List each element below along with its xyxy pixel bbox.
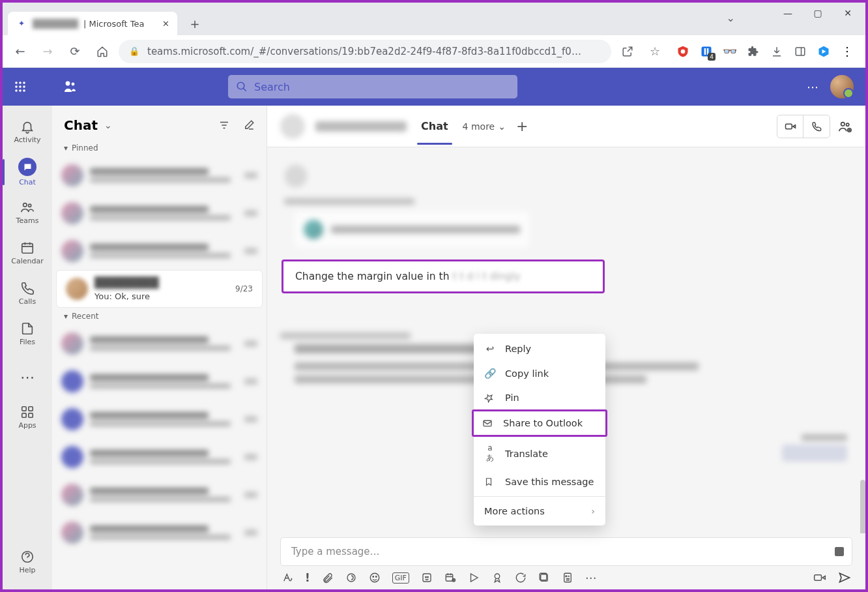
list-item[interactable] [52,194,267,232]
extension-ublock-icon[interactable] [675,44,691,59]
ctx-share-outlook[interactable]: Share to Outlook [472,409,607,437]
message-text: Change the margin value in th [295,271,449,282]
rail-activity[interactable]: Activity [5,112,50,151]
emoji-icon[interactable] [369,572,381,584]
rail-label: Teams [16,216,39,225]
rail-calendar[interactable]: Calendar [5,233,50,273]
people-icon [20,200,35,215]
format-icon[interactable] [282,572,293,584]
loop-icon[interactable] [345,572,357,584]
svg-point-10 [19,85,22,88]
browser-toolbar: ← → ⟳ 🔒 teams.microsoft.com/_#/conversat… [3,35,865,68]
user-avatar[interactable] [830,75,854,98]
bookmark-star-icon[interactable]: ☆ [644,40,666,63]
compose-area: Type a message… ! GIF ⋯ [267,533,865,589]
schedule-icon[interactable] [444,572,456,584]
extension-glasses-icon[interactable]: 👓 [722,44,738,59]
rail-apps[interactable]: Apps [5,398,50,437]
list-item[interactable] [52,400,267,438]
highlighted-message[interactable]: Change the margin value in th t t d l t … [282,259,605,293]
downloads-icon[interactable] [769,44,785,59]
list-item[interactable] [52,476,267,514]
ctx-copy-link[interactable]: 🔗Copy link [474,361,605,386]
add-tab-button[interactable]: + [516,118,528,134]
chevron-down-icon: ⌄ [498,121,506,132]
approvals-icon[interactable] [515,572,527,584]
polls-icon[interactable] [562,572,573,584]
blurred-message [280,164,852,248]
tab-close-icon[interactable]: ✕ [162,19,169,29]
tab-more[interactable]: 4 more⌄ [463,121,506,132]
browser-tab[interactable]: ✦ ███████ | Microsoft Tea ✕ [8,12,177,35]
extensions-puzzle-icon[interactable] [745,44,761,59]
attach-icon[interactable] [322,572,334,584]
chat-list-title: Chat [64,117,98,133]
search-placeholder: Search [254,81,290,93]
rail-calls[interactable]: Calls [5,274,50,313]
settings-more-icon[interactable]: ⋯ [807,80,820,94]
list-item[interactable] [52,232,267,270]
filter-icon[interactable] [218,119,230,131]
new-chat-icon[interactable] [243,119,255,131]
section-recent[interactable]: ▾Recent [52,308,267,325]
extension-hexagon-icon[interactable] [816,44,832,59]
reload-button[interactable]: ⟳ [64,40,86,63]
minimize-button[interactable]: — [773,3,803,23]
list-item[interactable] [52,156,267,194]
compose-input[interactable]: Type a message… [280,537,852,566]
svg-rect-34 [423,574,431,582]
browser-menu-icon[interactable]: ⋮ [839,44,855,59]
add-people-icon[interactable] [838,119,852,134]
rail-help[interactable]: Help [5,542,50,582]
chat-preview: You: Ok, sure [94,291,229,301]
svg-point-33 [375,576,377,578]
ctx-pin[interactable]: Pin [474,386,605,409]
rail-more[interactable]: ⋯ [5,357,50,396]
rail-files[interactable]: Files [5,314,50,353]
list-item[interactable] [52,363,267,400]
contact-name-blurred: ████████ [94,276,202,289]
ctx-translate[interactable]: aあTranslate [474,437,605,470]
stream-icon[interactable] [468,572,480,584]
close-window-button[interactable]: ✕ [833,3,863,23]
search-input[interactable]: Search [228,75,517,98]
list-item[interactable] [52,438,267,476]
home-button[interactable] [91,40,113,63]
send-button[interactable] [838,571,851,584]
list-item-selected[interactable]: ████████ You: Ok, sure 9/23 [56,270,263,308]
priority-icon[interactable]: ! [305,571,310,584]
extension-blue-icon[interactable]: 4 [699,44,714,59]
rail-chat[interactable]: Chat [5,153,50,192]
rail-label: Calls [19,297,36,306]
viva-icon[interactable] [538,572,550,584]
tab-strip-chevron-icon[interactable]: ⌄ [727,12,735,24]
list-item[interactable] [52,514,267,552]
chevron-down-icon[interactable]: ⌄ [104,120,112,130]
new-tab-button[interactable]: + [185,14,205,33]
section-pinned[interactable]: ▾Pinned [52,140,267,156]
video-clip-icon[interactable] [813,571,826,584]
app-launcher-icon[interactable] [14,81,26,93]
svg-rect-22 [29,407,33,411]
ctx-reply[interactable]: ↩Reply [474,336,605,361]
sticker-icon[interactable] [421,572,433,584]
rail-teams[interactable]: Teams [5,193,50,232]
sidepanel-icon[interactable] [792,44,808,59]
url-bar[interactable]: 🔒 teams.microsoft.com/_#/conversations/1… [119,40,611,63]
praise-icon[interactable] [491,572,503,584]
reply-preview-blurred [782,434,847,462]
forward-button[interactable]: → [36,40,59,63]
tab-chat[interactable]: Chat [417,108,452,144]
list-item[interactable] [52,325,267,363]
video-call-button[interactable] [777,115,803,138]
svg-point-16 [72,83,75,86]
scrollbar[interactable] [860,480,865,533]
share-button[interactable] [616,40,639,63]
maximize-button[interactable]: ▢ [803,3,833,23]
audio-call-button[interactable] [803,115,830,138]
back-button[interactable]: ← [9,40,31,63]
gif-icon[interactable]: GIF [392,572,409,584]
ctx-more-actions[interactable]: More actions› [474,499,605,523]
ctx-save[interactable]: Save this message [474,470,605,494]
more-compose-icon[interactable]: ⋯ [585,571,596,584]
